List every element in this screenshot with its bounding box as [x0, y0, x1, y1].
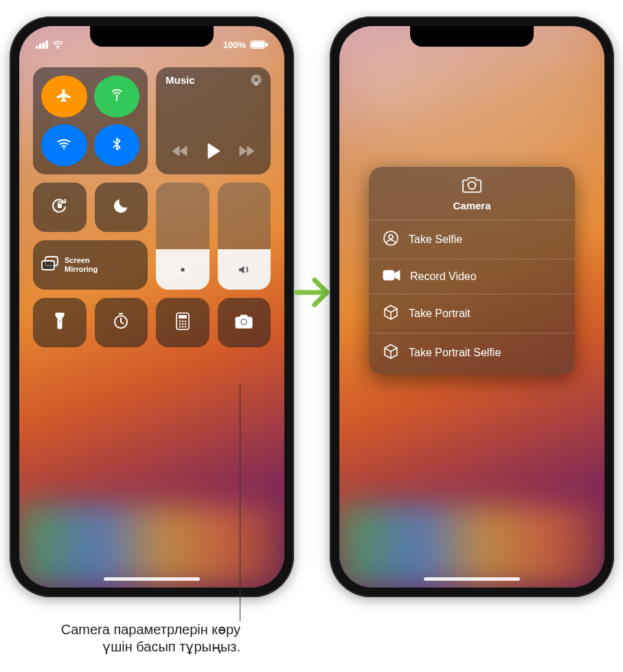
play-icon[interactable]	[206, 143, 221, 162]
notch	[410, 26, 534, 47]
svg-point-16	[58, 321, 60, 323]
flashlight-icon	[54, 312, 66, 334]
action-label: Record Video	[410, 270, 477, 283]
action-label: Take Portrait Selfie	[409, 347, 501, 359]
svg-rect-6	[251, 42, 264, 47]
callout-text: Camera параметрлерін көру үшін басып тұр…	[27, 621, 240, 656]
action-take-portrait[interactable]: Take Portrait	[369, 294, 575, 333]
svg-point-25	[184, 323, 186, 325]
cube-icon	[383, 343, 399, 362]
callout-leader-line	[240, 384, 240, 621]
svg-rect-15	[42, 261, 54, 270]
screen-mirroring-button[interactable]: Screen Mirroring	[33, 240, 148, 290]
phone-left: 100%	[10, 16, 294, 597]
selfie-person-icon	[383, 230, 399, 249]
brightness-slider[interactable]	[156, 183, 209, 290]
airplane-icon	[56, 87, 72, 106]
transition-arrow-icon	[294, 275, 331, 313]
svg-point-4	[57, 47, 58, 48]
svg-point-22	[184, 321, 186, 323]
svg-point-32	[384, 231, 398, 245]
control-center: Music	[33, 67, 271, 347]
dock-blur	[339, 505, 604, 588]
svg-rect-7	[267, 43, 268, 47]
svg-rect-0	[36, 46, 38, 49]
calculator-icon	[176, 312, 190, 333]
battery-icon	[250, 40, 268, 49]
connectivity-module[interactable]	[33, 67, 148, 174]
camera-icon	[234, 314, 253, 332]
camera-quick-actions-popup: Camera Take Selfie Record Video	[369, 167, 575, 375]
phone-right: Camera Take Selfie Record Video	[330, 16, 614, 597]
svg-point-27	[181, 326, 183, 328]
wifi-status-icon	[52, 40, 63, 49]
action-take-selfie[interactable]: Take Selfie	[369, 220, 575, 259]
svg-rect-1	[39, 44, 41, 49]
camera-button[interactable]	[218, 298, 271, 347]
wifi-toggle[interactable]	[41, 124, 87, 166]
do-not-disturb-toggle[interactable]	[95, 183, 148, 232]
bluetooth-icon	[109, 137, 124, 154]
screen-mirroring-icon	[40, 255, 60, 275]
svg-point-30	[242, 320, 246, 324]
brightness-icon	[175, 262, 190, 280]
volume-icon	[236, 262, 251, 280]
cellular-antenna-icon	[109, 87, 125, 106]
svg-point-31	[468, 182, 476, 189]
svg-rect-2	[43, 43, 45, 49]
cube-icon	[383, 304, 399, 323]
svg-point-9	[63, 148, 65, 150]
video-camera-icon	[383, 269, 400, 284]
timer-icon	[112, 312, 130, 333]
svg-point-11	[253, 77, 258, 82]
svg-point-20	[179, 321, 181, 323]
airplay-icon[interactable]	[249, 73, 264, 91]
popup-title: Camera	[453, 200, 490, 211]
screen-mirroring-label: Screen Mirroring	[65, 256, 98, 274]
svg-rect-3	[46, 40, 48, 49]
calculator-button[interactable]	[156, 298, 209, 347]
music-module[interactable]: Music	[156, 67, 271, 174]
previous-track-icon[interactable]	[172, 144, 190, 161]
timer-button[interactable]	[95, 298, 148, 347]
rotation-lock-icon	[50, 196, 69, 218]
next-track-icon[interactable]	[237, 144, 255, 161]
svg-point-24	[181, 323, 183, 325]
music-label: Music	[166, 74, 195, 86]
bluetooth-toggle[interactable]	[94, 124, 140, 166]
svg-point-26	[179, 326, 181, 328]
action-record-video[interactable]: Record Video	[369, 259, 575, 294]
wifi-icon	[56, 136, 72, 155]
moon-icon	[112, 197, 130, 218]
cellular-toggle[interactable]	[94, 76, 140, 117]
volume-slider[interactable]	[218, 183, 271, 290]
svg-rect-19	[179, 315, 187, 318]
svg-point-13	[180, 267, 185, 272]
airplane-toggle[interactable]	[41, 76, 87, 117]
notch	[90, 26, 214, 47]
battery-percent: 100%	[223, 40, 246, 50]
svg-point-23	[179, 323, 181, 325]
home-indicator[interactable]	[424, 577, 520, 581]
dock-blur	[19, 505, 284, 588]
svg-point-33	[389, 235, 393, 239]
svg-point-21	[181, 321, 183, 323]
svg-rect-12	[58, 204, 62, 208]
action-label: Take Selfie	[409, 233, 462, 246]
camera-icon	[461, 176, 483, 196]
signal-bars-icon	[36, 40, 48, 49]
action-label: Take Portrait	[409, 308, 471, 320]
flashlight-button[interactable]	[33, 298, 87, 347]
home-indicator[interactable]	[104, 577, 200, 581]
rotation-lock-toggle[interactable]	[33, 183, 87, 232]
action-take-portrait-selfie[interactable]: Take Portrait Selfie	[369, 333, 575, 372]
svg-rect-34	[383, 270, 394, 280]
svg-point-28	[184, 326, 186, 328]
